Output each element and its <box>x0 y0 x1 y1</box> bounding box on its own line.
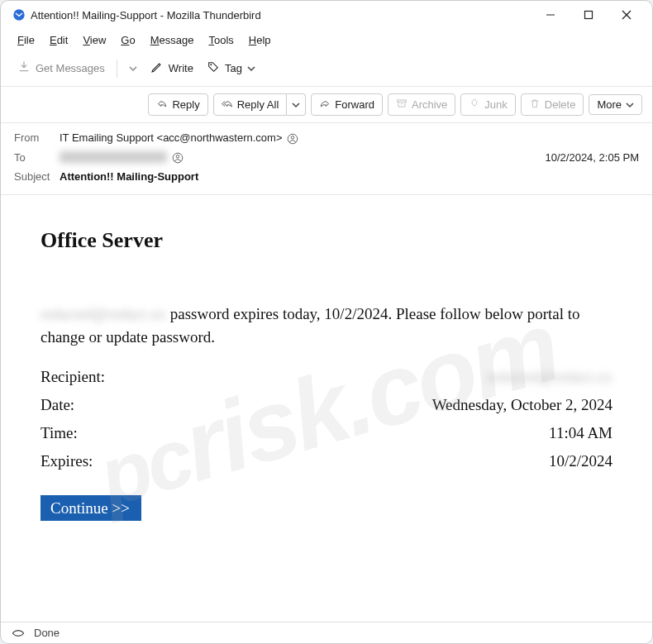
get-messages-label: Get Messages <box>36 62 105 74</box>
main-toolbar: Get Messages Write Tag <box>1 54 652 87</box>
from-text: IT Emailing Support <acc@northwastern.co… <box>60 131 282 144</box>
chevron-down-icon <box>247 64 255 73</box>
maximize-button[interactable] <box>570 2 608 27</box>
svg-rect-2 <box>585 12 593 19</box>
delete-label: Delete <box>545 98 576 111</box>
recipient-row: Recipient: redacted@redact.xx <box>41 363 612 391</box>
to-label: To <box>14 151 60 164</box>
reply-all-group: Reply All <box>213 93 307 116</box>
svg-rect-6 <box>398 100 407 102</box>
trash-icon <box>529 98 541 112</box>
menu-bar: File Edit View Go Message Tools Help <box>1 29 652 54</box>
more-button[interactable]: More <box>589 94 642 115</box>
to-value[interactable] <box>60 151 546 165</box>
window-title: Attention!! Mailing-Support - Mozilla Th… <box>31 9 261 21</box>
title-left: Attention!! Mailing-Support - Mozilla Th… <box>7 8 531 21</box>
chevron-down-icon <box>626 101 634 109</box>
time-value: 11:04 AM <box>549 424 612 442</box>
email-paragraph: redacted@redact.xx password expires toda… <box>41 303 612 348</box>
title-bar: Attention!! Mailing-Support - Mozilla Th… <box>1 1 652 29</box>
svg-point-5 <box>210 64 212 65</box>
svg-point-0 <box>13 9 24 20</box>
svg-point-10 <box>176 155 179 159</box>
date-label: Date: <box>41 396 74 414</box>
email-heading: Office Server <box>41 228 612 253</box>
get-messages-dropdown[interactable] <box>124 61 142 76</box>
connection-icon[interactable] <box>11 627 26 639</box>
junk-button[interactable]: Junk <box>460 93 515 116</box>
date-value: Wednesday, October 2, 2024 <box>432 396 612 414</box>
contact-icon[interactable] <box>287 131 298 145</box>
write-button[interactable]: Write <box>145 57 198 79</box>
svg-point-8 <box>292 136 295 139</box>
message-date: 10/2/2024, 2:05 PM <box>546 151 639 164</box>
message-header: From IT Emailing Support <acc@northwaste… <box>1 123 652 195</box>
tag-label: Tag <box>225 62 242 74</box>
expires-row: Expires: 10/2/2024 <box>41 447 612 475</box>
from-value[interactable]: IT Emailing Support <acc@northwastern.co… <box>60 131 639 145</box>
get-messages-button[interactable]: Get Messages <box>12 57 110 79</box>
menu-message[interactable]: Message <box>144 31 201 49</box>
forward-icon <box>319 98 331 112</box>
junk-icon <box>469 98 480 112</box>
subject-value: Attention!! Mailing-Support <box>60 170 639 183</box>
to-row: To 10/2/2024, 2:05 PM <box>14 148 639 168</box>
menu-file[interactable]: File <box>11 31 41 49</box>
forward-label: Forward <box>335 98 374 111</box>
tag-icon <box>207 60 220 76</box>
separator <box>117 60 117 78</box>
junk-label: Junk <box>484 98 507 111</box>
subject-row: Subject Attention!! Mailing-Support <box>14 167 639 186</box>
reply-button[interactable]: Reply <box>148 93 207 116</box>
date-row: Date: Wednesday, October 2, 2024 <box>41 391 612 419</box>
to-redacted <box>60 151 167 163</box>
thunderbird-icon <box>12 8 26 21</box>
forward-button[interactable]: Forward <box>311 93 383 116</box>
message-body: pcrisk.com Office Server redacted@redact… <box>1 195 652 622</box>
contact-icon[interactable] <box>172 151 184 165</box>
menu-help[interactable]: Help <box>242 31 278 49</box>
expires-value: 10/2/2024 <box>549 452 612 470</box>
redacted-email: redacted@redact.xx <box>41 305 166 322</box>
continue-button[interactable]: Continue >> <box>41 495 141 521</box>
reply-icon <box>156 98 168 112</box>
menu-go[interactable]: Go <box>114 31 141 49</box>
recipient-label: Recipient: <box>41 368 105 386</box>
more-label: More <box>597 98 622 111</box>
status-bar: Done <box>1 622 652 643</box>
pencil-icon <box>150 60 164 76</box>
reply-label: Reply <box>172 98 199 111</box>
subject-label: Subject <box>14 170 60 183</box>
archive-icon <box>396 98 408 112</box>
reply-all-label: Reply All <box>237 98 279 111</box>
download-icon <box>17 60 31 76</box>
menu-view[interactable]: View <box>76 31 112 49</box>
menu-tools[interactable]: Tools <box>202 31 240 49</box>
reply-all-button[interactable]: Reply All <box>213 93 288 116</box>
archive-label: Archive <box>412 98 447 111</box>
minimize-button[interactable] <box>531 2 570 27</box>
status-text: Done <box>34 627 60 639</box>
expires-label: Expires: <box>41 452 93 470</box>
menu-edit[interactable]: Edit <box>43 31 74 49</box>
message-toolbar: Reply Reply All Forward Archive Junk Del… <box>1 87 652 123</box>
close-button[interactable] <box>608 2 646 27</box>
app-window: Attention!! Mailing-Support - Mozilla Th… <box>0 0 653 644</box>
reply-all-dropdown[interactable] <box>287 93 306 116</box>
delete-button[interactable]: Delete <box>521 93 584 116</box>
write-label: Write <box>169 62 193 74</box>
recipient-redacted: redacted@redact.xx <box>487 368 612 386</box>
archive-button[interactable]: Archive <box>388 93 455 116</box>
time-label: Time: <box>41 424 78 442</box>
reply-all-icon <box>222 98 233 112</box>
from-row: From IT Emailing Support <acc@northwaste… <box>14 128 639 148</box>
tag-button[interactable]: Tag <box>202 57 260 79</box>
from-label: From <box>14 131 60 144</box>
time-row: Time: 11:04 AM <box>41 419 612 447</box>
window-controls <box>531 2 646 27</box>
